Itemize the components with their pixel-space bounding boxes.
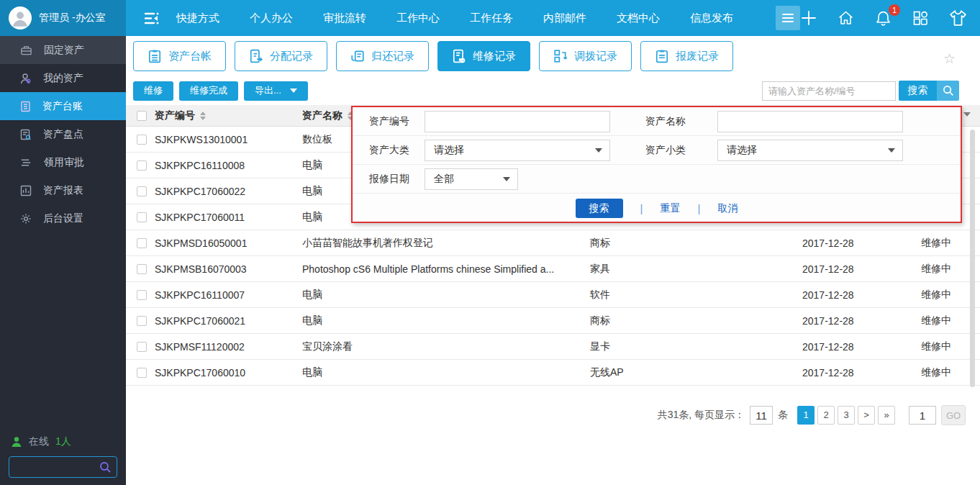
- panel-cancel-link[interactable]: 取消: [717, 202, 738, 215]
- tab-scrap-records[interactable]: 报废记录: [640, 41, 733, 71]
- search-icon[interactable]: [937, 81, 959, 101]
- table-row[interactable]: SJKPKPC17060010 电脑 无线AP 2017-12-28 维修中: [126, 360, 980, 386]
- cell-asset-name: 小苗苗智能故事机著作权登记: [302, 237, 590, 250]
- row-checkbox[interactable]: [137, 368, 147, 378]
- row-checkbox[interactable]: [137, 186, 147, 196]
- row-checkbox[interactable]: [137, 342, 147, 352]
- panel-footer: 搜索 | 重置 | 取消: [353, 194, 961, 223]
- tab-label: 调拨记录: [574, 50, 617, 63]
- sidebar-item-fixed-assets[interactable]: 固定资产: [0, 36, 126, 64]
- search-icon[interactable]: [99, 461, 112, 473]
- row-checkbox[interactable]: [137, 160, 147, 171]
- nav-item-approval-flow[interactable]: 审批流转: [308, 12, 381, 25]
- table-row[interactable]: SJKPMSB16070003 Photoshop cS6 Multiple P…: [126, 256, 980, 282]
- major-category-select[interactable]: 请选择: [425, 140, 610, 161]
- notifications-bell-icon[interactable]: 1: [874, 9, 892, 27]
- tab-repair-records[interactable]: 维修记录: [437, 41, 530, 71]
- cell-asset-code: SJKPKPC16110008: [155, 160, 302, 171]
- sidebar-item-label: 领用审批: [44, 156, 84, 169]
- next-page-button[interactable]: >: [858, 406, 875, 425]
- separator: |: [698, 202, 701, 214]
- sidebar-item-my-assets[interactable]: 我的资产: [0, 64, 126, 92]
- asset-name-input[interactable]: [717, 111, 903, 132]
- cell-date: 2017-12-28: [802, 367, 921, 379]
- sidebar-item-asset-inventory[interactable]: 资产盘点: [0, 120, 126, 148]
- sidebar-item-backend-settings[interactable]: 后台设置: [0, 204, 126, 232]
- tab-allocation-records[interactable]: 分配记录: [235, 41, 327, 71]
- sidebar-item-requisition-approval[interactable]: 领用审批: [0, 148, 126, 176]
- sidebar-item-label: 后台设置: [43, 212, 83, 225]
- page-button-3[interactable]: 3: [838, 406, 855, 425]
- notification-badge: 1: [889, 4, 900, 16]
- table-row[interactable]: SJKPKPC16110007 电脑 软件 2017-12-28 维修中: [126, 282, 980, 308]
- tab-label: 资产台帐: [168, 50, 212, 63]
- repair-done-button[interactable]: 维修完成: [179, 81, 238, 101]
- row-checkbox[interactable]: [137, 264, 147, 274]
- table-scrollbar[interactable]: [970, 130, 975, 387]
- row-checkbox[interactable]: [137, 316, 147, 326]
- nav-item-internal-mail[interactable]: 内部邮件: [528, 12, 602, 25]
- theme-shirt-icon[interactable]: [948, 9, 968, 27]
- sort-icon[interactable]: [200, 112, 206, 120]
- sidebar: 固定资产 我的资产 资产台账 资产盘点 领用审批 资产报表 后台设置 在线 1人: [0, 36, 126, 485]
- table-row[interactable]: SJKPMSF11120002 宝贝涂涂看 显卡 2017-12-28 维修中: [126, 334, 980, 360]
- briefcase-icon: [20, 45, 32, 56]
- repair-button[interactable]: 维修: [133, 81, 173, 101]
- page-button-1[interactable]: 1: [797, 406, 815, 425]
- last-page-button[interactable]: »: [878, 406, 895, 425]
- table-row[interactable]: SJKPMSD16050001 小苗苗智能故事机著作权登记 商标 2017-12…: [126, 230, 980, 256]
- nav-item-shortcuts[interactable]: 快捷方式: [161, 12, 235, 25]
- nav-item-work-tasks[interactable]: 工作任务: [455, 12, 528, 25]
- select-all-checkbox[interactable]: [137, 111, 147, 121]
- tab-transfer-records[interactable]: 调拨记录: [539, 41, 632, 71]
- pagination: 共31条, 每页显示： 条 1 2 3 > » GO: [658, 405, 966, 425]
- avatar: [9, 6, 32, 30]
- collapse-menu-icon[interactable]: [142, 11, 161, 26]
- home-icon[interactable]: [837, 9, 855, 27]
- apps-grid-icon[interactable]: [912, 9, 929, 27]
- nav-item-document-center[interactable]: 文档中心: [602, 12, 675, 25]
- minor-category-select[interactable]: 请选择: [717, 140, 903, 161]
- page-size-input[interactable]: [750, 406, 773, 425]
- cell-category: 软件: [590, 289, 802, 302]
- cell-asset-name: 电脑: [302, 366, 590, 379]
- sidebar-item-label: 资产台账: [42, 100, 83, 113]
- goto-page-input[interactable]: [909, 406, 936, 425]
- top-nav: 快捷方式 个人办公 审批流转 工作中心 工作任务 内部邮件 文档中心 信息发布: [161, 12, 748, 25]
- row-checkbox[interactable]: [137, 212, 147, 222]
- tab-return-records[interactable]: 归还记录: [336, 41, 429, 71]
- cell-asset-name: Photoshop cS6 Multiple Platforms chinese…: [302, 263, 590, 275]
- favorite-star-icon[interactable]: ☆: [943, 50, 956, 67]
- nav-item-personal-office[interactable]: 个人办公: [235, 12, 308, 25]
- nav-item-work-center[interactable]: 工作中心: [381, 12, 455, 25]
- nav-item-info-publish[interactable]: 信息发布: [675, 12, 748, 25]
- ledger-icon: [20, 101, 31, 112]
- quick-search-button[interactable]: 搜索: [899, 81, 937, 101]
- online-person-icon: [11, 436, 22, 448]
- quick-search-input[interactable]: [762, 81, 896, 101]
- select-value: 请选择: [727, 144, 757, 157]
- row-checkbox[interactable]: [137, 290, 147, 300]
- sidebar-item-asset-ledger[interactable]: 资产台账: [0, 92, 126, 120]
- export-button[interactable]: 导出...: [244, 81, 308, 101]
- page-button-2[interactable]: 2: [817, 406, 835, 425]
- asset-code-input[interactable]: [425, 111, 610, 132]
- row-checkbox[interactable]: [137, 135, 147, 145]
- major-category-label: 资产大类: [353, 144, 425, 157]
- repair-date-select[interactable]: 全部: [425, 168, 518, 190]
- chevron-down-icon: [595, 148, 602, 153]
- row-checkbox[interactable]: [137, 238, 147, 248]
- column-chooser-icon[interactable]: [963, 112, 971, 117]
- sidebar-item-label: 固定资产: [44, 44, 84, 57]
- sidebar-item-asset-reports[interactable]: 资产报表: [0, 176, 126, 204]
- tab-label: 报废记录: [676, 50, 719, 63]
- user-area[interactable]: 管理员 -办公室: [0, 0, 126, 36]
- cell-asset-name: 宝贝涂涂看: [302, 340, 590, 353]
- table-row[interactable]: SJKPKPC17060021 电脑 商标 2017-12-28 维修中: [126, 308, 980, 334]
- menu-toggle-icon[interactable]: [776, 6, 800, 30]
- tab-asset-ledger[interactable]: 资产台帐: [133, 41, 226, 71]
- panel-reset-link[interactable]: 重置: [661, 202, 681, 215]
- panel-search-button[interactable]: 搜索: [576, 199, 623, 218]
- add-icon[interactable]: [800, 9, 817, 27]
- go-button[interactable]: GO: [941, 405, 966, 425]
